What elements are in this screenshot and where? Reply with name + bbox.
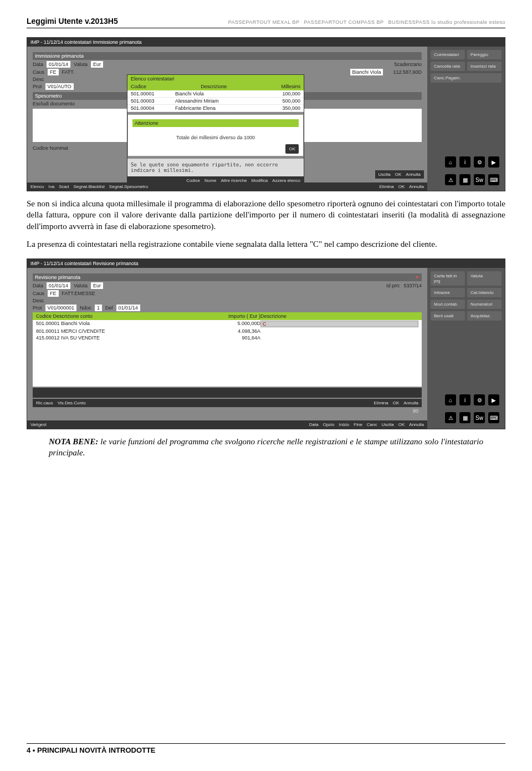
- annulla-button[interactable]: Annulla: [409, 184, 424, 189]
- intrazee-button[interactable]: Intrazee: [431, 288, 465, 297]
- caus-field[interactable]: FE: [48, 290, 59, 297]
- inner-footer3: Elenco Iva Scad Segnal.Blacklist Segnal.…: [27, 182, 427, 191]
- dark-bar: [33, 388, 422, 398]
- home-icon[interactable]: ⌂: [445, 156, 456, 168]
- blacklist-button[interactable]: Segnal.Blacklist: [73, 184, 104, 189]
- hint-text: Se le quote sono equamente ripartite, no…: [127, 159, 304, 176]
- home-icon[interactable]: ⌂: [445, 394, 456, 405]
- elenco-modal: Elenco cointestatari Codice Descrizione …: [127, 74, 304, 185]
- pareggio-button[interactable]: Pareggio: [467, 50, 502, 59]
- info-icon[interactable]: i: [459, 394, 470, 405]
- info-icon[interactable]: i: [459, 156, 470, 168]
- canc-button[interactable]: Canc: [367, 422, 377, 427]
- modcontab-button[interactable]: Mod.contab.: [431, 300, 465, 309]
- del-field[interactable]: 01/01/14: [116, 305, 140, 311]
- valuta-button[interactable]: Valuta: [467, 271, 502, 286]
- sw-icon[interactable]: Sw: [474, 412, 485, 423]
- iva-button[interactable]: Iva: [48, 184, 54, 189]
- del-label: Del: [105, 305, 113, 311]
- elenco-title-text: Elenco cointestatari: [131, 76, 175, 82]
- close-icon[interactable]: ✕: [415, 275, 420, 280]
- grid-icon[interactable]: ▦: [459, 174, 470, 185]
- caus-label: Caus: [33, 291, 44, 296]
- settings-icon[interactable]: ⚙: [474, 394, 485, 405]
- scad-button[interactable]: Scad: [59, 184, 69, 189]
- note-label: NOTA BENE:: [49, 437, 98, 446]
- ok-button[interactable]: OK: [398, 184, 405, 189]
- warning-icon[interactable]: ⚠: [445, 412, 456, 423]
- table-body: 501.00001 Bianchi Viola5.000,00DC 801.00…: [33, 320, 422, 387]
- valuta-field[interactable]: Eur: [91, 61, 103, 68]
- codice-nominat: Codice Nominat: [33, 145, 68, 151]
- ok-button[interactable]: OK: [393, 400, 400, 405]
- valuta-label: Valuta: [74, 283, 88, 288]
- visdes-button[interactable]: Vis.Des.Conto: [58, 400, 86, 405]
- ndoc-field[interactable]: 1: [95, 305, 102, 311]
- ok-button[interactable]: OK: [395, 172, 402, 177]
- annulla-button[interactable]: Annulla: [406, 172, 421, 177]
- inizio-button[interactable]: Inizio: [339, 422, 350, 427]
- uscita-button[interactable]: Uscita: [382, 422, 394, 427]
- canc-pagam-button[interactable]: Canc.Pagam.: [431, 73, 502, 83]
- warn-title: Attenzione: [132, 119, 299, 127]
- prot-field[interactable]: V01/000001: [45, 305, 77, 311]
- keyboard-icon[interactable]: ⌨: [488, 412, 499, 423]
- toolbar-icons: ⌂ i ⚙ ▶: [431, 392, 502, 408]
- data-field[interactable]: 01/01/14: [47, 282, 70, 289]
- desc-label: Desc: [33, 77, 44, 82]
- grid-icon[interactable]: ▦: [459, 412, 470, 423]
- window-titlebar: IMP - 11/12/14 cointestatari Revisione p…: [27, 259, 505, 268]
- toolbar-icons-2: ⚠ ▦ Sw ⌨: [431, 410, 502, 425]
- varigest-button[interactable]: Varigest: [30, 422, 47, 427]
- acquistaz-button[interactable]: Acquistaz.: [467, 311, 502, 321]
- data-label: Data: [33, 283, 43, 288]
- ok-button[interactable]: OK: [285, 144, 299, 154]
- valuta-field[interactable]: Eur: [91, 282, 103, 289]
- table-row[interactable]: 501.00001 Bianchi Viola5.000,00DC: [33, 320, 422, 328]
- escludi-label: Escludi documento: [33, 101, 75, 106]
- amount-label: 112.587,60D: [393, 69, 422, 75]
- opzio-button[interactable]: Opzio: [323, 422, 335, 427]
- play-icon[interactable]: ▶: [488, 394, 499, 405]
- beniusati-button[interactable]: Beni usati: [431, 311, 465, 321]
- page-header: Leggimi Utente v.2013H5 PASSEPARTOUT MEX…: [27, 0, 505, 28]
- numeratori-button[interactable]: Numeratori: [467, 300, 502, 309]
- riccaus-button[interactable]: Ric.caus: [36, 400, 53, 405]
- keyboard-icon[interactable]: ⌨: [488, 174, 499, 185]
- elenco-button[interactable]: Elenco: [30, 184, 44, 189]
- c-badge: C: [260, 321, 418, 327]
- outer-footer: Varigest Data Opzio Inizio Fine Canc Usc…: [27, 420, 427, 429]
- ok-button[interactable]: OK: [398, 422, 405, 427]
- settings-icon[interactable]: ⚙: [474, 156, 485, 168]
- data-button[interactable]: Data: [309, 422, 319, 427]
- fine-button[interactable]: Fine: [354, 422, 362, 427]
- cointestatari-list: 501.00001Bianchi Viola100,000 501.00003A…: [127, 90, 304, 112]
- cointestatari-button[interactable]: Cointestatari: [431, 50, 465, 59]
- warning-icon[interactable]: ⚠: [445, 174, 456, 185]
- paragraph-1: Se non si indica alcuna quota millesimal…: [27, 198, 505, 232]
- scad-val[interactable]: Bianchi Viola: [350, 69, 383, 75]
- inserisci-rata-button[interactable]: Inserisci rata: [467, 62, 502, 71]
- play-icon[interactable]: ▶: [488, 156, 499, 168]
- sw-icon[interactable]: Sw: [474, 174, 485, 185]
- elimina-button[interactable]: Elimina: [374, 400, 388, 405]
- warning-box: Attenzione Totale dei millesimi diverso …: [127, 114, 304, 156]
- cancella-rata-button[interactable]: Cancella rata: [431, 62, 465, 71]
- prot-field[interactable]: V01/AUTO: [45, 83, 74, 90]
- spesometro-button[interactable]: Segnal.Spesometro: [109, 184, 148, 189]
- list-row[interactable]: 501.00004Fabbricante Elena350,000: [127, 105, 304, 112]
- desc-label: Desc: [33, 298, 44, 303]
- list-row[interactable]: 501.00001Bianchi Viola100,000: [127, 90, 304, 98]
- paragraph-2: La presenza di cointestatari nella regis…: [27, 239, 505, 250]
- uscita-button[interactable]: Uscita: [378, 172, 391, 177]
- data-field[interactable]: 01/01/14: [47, 61, 70, 68]
- list-row[interactable]: 501.00003Alessandrini Miriam500,000: [127, 98, 304, 105]
- elimina-button[interactable]: Elimina: [380, 184, 394, 189]
- table-row[interactable]: 415.00012 IVA SU VENDITE901,64A: [33, 334, 422, 341]
- catbilancio-button[interactable]: Cat.bilancio: [467, 288, 502, 297]
- annulla-button[interactable]: Annulla: [409, 422, 424, 427]
- cartafatt-button[interactable]: Carta fatt.in prg: [431, 271, 465, 286]
- annulla-button[interactable]: Annulla: [403, 400, 418, 405]
- caus-field[interactable]: FE: [48, 69, 59, 75]
- table-row[interactable]: 801.00011 MERCI C/VENDITE4.098,36A: [33, 328, 422, 334]
